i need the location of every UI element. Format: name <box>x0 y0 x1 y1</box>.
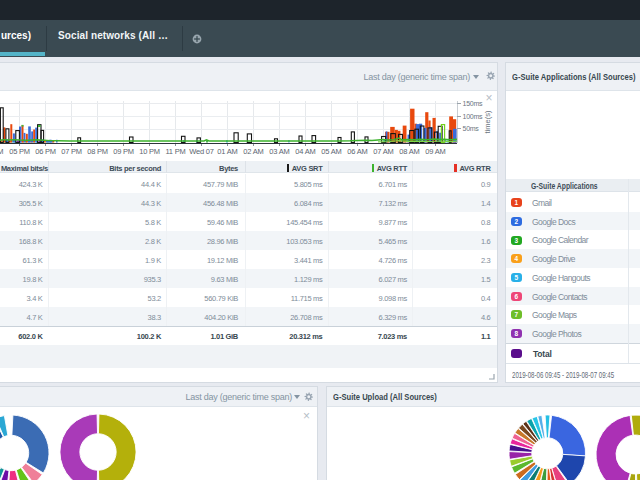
svg-text:time(s): time(s) <box>483 110 492 133</box>
svg-text:09 PM: 09 PM <box>113 147 134 156</box>
svg-text:11 PM: 11 PM <box>165 147 185 156</box>
svg-text:06 AM: 06 AM <box>347 147 367 156</box>
svg-text:02 AM: 02 AM <box>243 147 263 156</box>
svg-text:03 AM: 03 AM <box>269 147 289 156</box>
svg-text:100ms: 100ms <box>463 113 484 120</box>
svg-text:07 PM: 07 PM <box>61 147 82 156</box>
svg-text:08 PM: 08 PM <box>87 147 108 156</box>
svg-text:09 AM: 09 AM <box>425 147 445 156</box>
svg-text:06 PM: 06 PM <box>35 147 56 156</box>
svg-text:50ms: 50ms <box>463 125 480 132</box>
svg-text:01 AM: 01 AM <box>217 147 237 156</box>
svg-text:05 AM: 05 AM <box>321 147 341 156</box>
svg-text:150ms: 150ms <box>463 100 484 107</box>
svg-text:04 AM: 04 AM <box>295 147 315 156</box>
svg-text:08 AM: 08 AM <box>399 147 419 156</box>
svg-text:M: M <box>0 147 4 156</box>
svg-text:07 AM: 07 AM <box>373 147 393 156</box>
svg-text:10 PM: 10 PM <box>139 147 160 156</box>
svg-text:Wed 07: Wed 07 <box>189 147 214 156</box>
svg-text:05 PM: 05 PM <box>9 147 30 156</box>
